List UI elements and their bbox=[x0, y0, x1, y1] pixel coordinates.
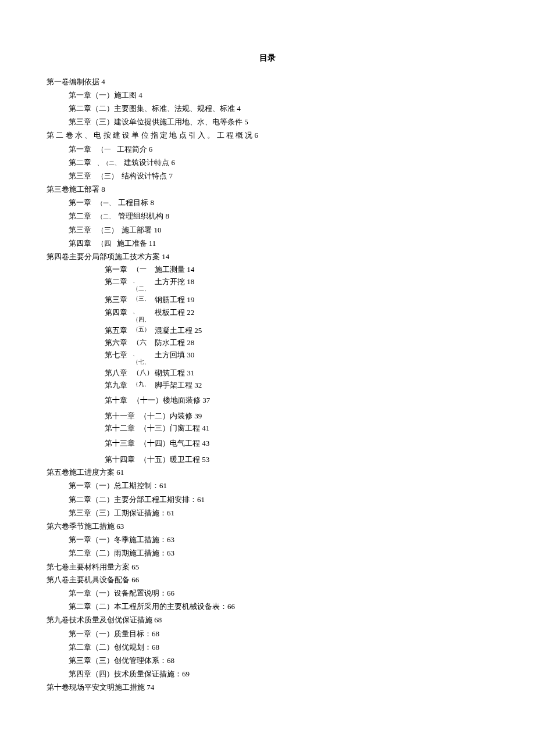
vol1-ch3: 第三章（三）建设单位提供施工用地、水、电等条件 5 bbox=[69, 117, 488, 127]
vol4-ch13: 第十三章 （十四） 电气工程 43 bbox=[105, 438, 488, 449]
ch-label: 第五章 bbox=[105, 325, 133, 336]
ch-label: 第一章 bbox=[105, 264, 133, 275]
ch-desc: 建筑设计特点 6 bbox=[124, 158, 175, 167]
vol9-ch3: 第三章（三）创优管理体系：68 bbox=[69, 655, 488, 666]
ch-label: 第二章 bbox=[69, 158, 91, 167]
vol4-ch14: 第十四章 （十五） 暖卫工程 53 bbox=[105, 454, 488, 465]
vol4-ch11: 第十一章 （十二） 内装修 39 bbox=[105, 411, 488, 421]
ch-num: 、（七、 bbox=[133, 350, 155, 366]
ch-label: 第四章 bbox=[69, 239, 91, 248]
ch-desc: 模板工程 22 bbox=[155, 307, 194, 318]
ch-num: （三） bbox=[97, 226, 118, 234]
ch-desc: 楼地面装修 37 bbox=[163, 395, 210, 406]
ch-num: （一 bbox=[133, 264, 155, 274]
vol4-chapters: 第一章 （一 施工测量 14 第二章 、（二、 土方开挖 18 第三章 （三、 … bbox=[105, 264, 488, 465]
ch-num: （三、 bbox=[133, 295, 155, 303]
vol4-ch8: 第八章 （八） 砌筑工程 31 bbox=[105, 368, 488, 378]
ch-desc: 工程简介 6 bbox=[117, 145, 153, 153]
ch-desc: 结构设计特点 7 bbox=[122, 171, 173, 180]
ch-desc: 施工部署 10 bbox=[122, 225, 161, 234]
ch-label: 第一章 bbox=[69, 198, 91, 207]
ch-desc: 工程目标 8 bbox=[118, 198, 154, 207]
ch-desc: 内装修 39 bbox=[170, 411, 202, 421]
ch-desc: 土方开挖 18 bbox=[155, 277, 194, 287]
ch-num: （五） bbox=[133, 325, 155, 334]
vol5-ch3: 第三章（三）工期保证措施：61 bbox=[69, 508, 488, 518]
vol1-ch1: 第一章（一）施工图 4 bbox=[69, 90, 488, 101]
vol3-ch4: 第四章 （四 施工准备 11 bbox=[69, 238, 488, 249]
ch-label: 第四章 bbox=[105, 307, 133, 318]
vol9: 第九卷技术质量及创优保证措施 68 bbox=[47, 615, 488, 625]
ch-desc: 暖卫工程 53 bbox=[170, 454, 209, 465]
toc-title: 目录 bbox=[47, 52, 488, 64]
ch-num: （八） bbox=[133, 368, 155, 378]
vol9-ch4: 第四章（四）技术质量保证措施：69 bbox=[69, 669, 488, 679]
ch-desc: 土方回填 30 bbox=[155, 350, 194, 360]
vol4-ch2: 第二章 、（二、 土方开挖 18 bbox=[105, 277, 488, 293]
vol3: 第三卷施工部署 8 bbox=[47, 184, 488, 195]
vol1-ch2: 第二章（二）主要图集、标准、法规、规程、标准 4 bbox=[69, 103, 488, 114]
ch-num: 、（四、 bbox=[133, 307, 155, 324]
ch-desc: 防水工程 28 bbox=[155, 338, 194, 348]
ch-desc: 施工测量 14 bbox=[155, 264, 194, 275]
vol9-ch1: 第一章（一）质量目标：68 bbox=[69, 629, 488, 639]
ch-num: （一 bbox=[97, 145, 111, 153]
ch-desc: 钢筋工程 19 bbox=[155, 295, 194, 305]
ch-label: 第一章 bbox=[69, 145, 91, 153]
ch-num: （四 bbox=[97, 239, 111, 248]
ch-desc: 门窗工程 41 bbox=[170, 423, 209, 433]
vol4-ch4: 第四章 、（四、 模板工程 22 bbox=[105, 307, 488, 324]
ch-desc: 脚手架工程 32 bbox=[155, 380, 202, 390]
vol5-ch1: 第一章（一）总工期控制：61 bbox=[69, 481, 488, 491]
vol4-ch9: 第九章 （九、 脚手架工程 32 bbox=[105, 380, 488, 390]
vol1: 第一卷编制依据 4 bbox=[47, 77, 488, 87]
ch-num: （九、 bbox=[133, 380, 155, 388]
vol4-ch12: 第十二章 （十三） 门窗工程 41 bbox=[105, 423, 488, 433]
vol6-ch2: 第二章（二）雨期施工措施：63 bbox=[69, 548, 488, 558]
ch-num: （十一） bbox=[133, 395, 163, 406]
ch-desc: 混凝土工程 25 bbox=[155, 325, 202, 336]
ch-num: （十五） bbox=[140, 454, 170, 465]
ch-label: 第八章 bbox=[105, 368, 133, 378]
vol3-ch2: 第二章 （二、 管理组织机构 8 bbox=[69, 211, 488, 221]
ch-num: （十四） bbox=[140, 438, 170, 449]
ch-num: 、（二、 bbox=[97, 160, 120, 166]
ch-label: 第六章 bbox=[105, 338, 133, 348]
ch-num: （六 bbox=[133, 338, 155, 347]
vol4-ch5: 第五章 （五） 混凝土工程 25 bbox=[105, 325, 488, 336]
ch-num: （十二） bbox=[140, 411, 170, 421]
ch-label: 第二章 bbox=[69, 212, 91, 220]
vol4-ch7: 第七章 、（七、 土方回填 30 bbox=[105, 350, 488, 366]
ch-label: 第三章 bbox=[69, 171, 91, 180]
ch-num: （十三） bbox=[140, 423, 170, 433]
vol2-ch1: 第一章 （一 工程简介 6 bbox=[69, 144, 488, 155]
vol5: 第五卷施工进度方案 61 bbox=[47, 467, 488, 478]
ch-num: （一、 bbox=[97, 200, 115, 206]
vol4: 第四卷主要分局部项施工技术方案 14 bbox=[47, 252, 488, 262]
vol3-ch1: 第一章 （一、 工程目标 8 bbox=[69, 198, 488, 208]
ch-label: 第三章 bbox=[105, 295, 133, 305]
vol6-ch1: 第一章（一）冬季施工措施：63 bbox=[69, 535, 488, 545]
ch-desc: 管理组织机构 8 bbox=[118, 212, 169, 220]
ch-label: 第九章 bbox=[105, 380, 133, 390]
vol5-ch2: 第二章（二）主要分部工程工期安排：61 bbox=[69, 495, 488, 505]
ch-desc: 电气工程 43 bbox=[170, 438, 209, 449]
vol8: 第八卷主要机具设备配备 66 bbox=[47, 575, 488, 585]
ch-label: 第十二章 bbox=[105, 423, 140, 433]
ch-label: 第七章 bbox=[105, 350, 133, 360]
vol7: 第七卷主要材料用量方案 65 bbox=[47, 562, 488, 572]
vol2: 第 二 卷 水 、 电 按 建 设 单 位 指 定 地 点 引 入 。 工 程 … bbox=[47, 130, 488, 141]
vol3-ch3: 第三章 （三） 施工部署 10 bbox=[69, 225, 488, 235]
vol8-ch2: 第二章（二）本工程所采用的主要机械设备表：66 bbox=[69, 601, 488, 612]
ch-label: 第十三章 bbox=[105, 438, 140, 449]
vol4-ch1: 第一章 （一 施工测量 14 bbox=[105, 264, 488, 275]
ch-num: （三） bbox=[97, 172, 118, 180]
vol10: 第十卷现场平安文明施工措施 74 bbox=[47, 682, 488, 693]
vol6: 第六卷季节施工措施 63 bbox=[47, 521, 488, 532]
ch-label: 第三章 bbox=[69, 225, 91, 234]
vol8-ch1: 第一章（一）设备配置说明：66 bbox=[69, 588, 488, 599]
ch-label: 第十一章 bbox=[105, 411, 140, 421]
ch-label: 第十四章 bbox=[105, 454, 140, 465]
ch-desc: 施工准备 11 bbox=[117, 239, 156, 248]
vol2-ch2: 第二章 、（二、 建筑设计特点 6 bbox=[69, 157, 488, 168]
